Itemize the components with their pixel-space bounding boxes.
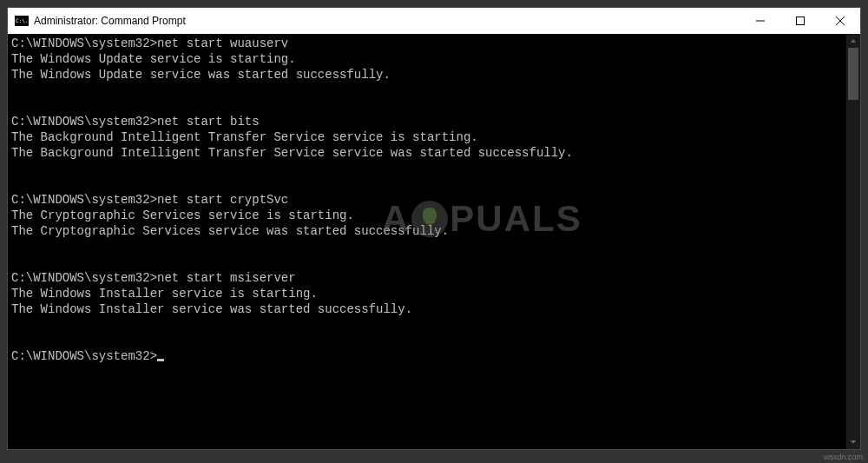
output-line (11, 83, 857, 98)
output-line: The Cryptographic Services service was s… (11, 223, 857, 239)
scroll-down-button[interactable] (846, 435, 860, 449)
output-line (11, 317, 857, 333)
output-line: The Windows Installer service was starte… (11, 301, 857, 317)
scrollbar-vertical[interactable] (846, 34, 860, 449)
output-line (11, 239, 857, 255)
titlebar[interactable]: C:\. Administrator: Command Prompt (8, 8, 860, 34)
terminal-body[interactable]: C:\WINDOWS\system32>net start wuauservTh… (8, 34, 860, 449)
command-line: C:\WINDOWS\system32>net start bits (11, 114, 857, 129)
output-line: The Windows Update service is starting. (11, 51, 857, 67)
maximize-button[interactable] (780, 8, 820, 34)
svg-rect-1 (797, 17, 805, 25)
output-line: The Cryptographic Services service is st… (11, 208, 857, 223)
cmd-icon: C:\. (15, 16, 29, 26)
output-line (11, 161, 857, 176)
svg-marker-5 (851, 440, 856, 444)
output-line: The Background Intelligent Transfer Serv… (11, 145, 857, 161)
attribution-text: wsxdn.com (824, 453, 863, 461)
minimize-button[interactable] (740, 8, 780, 34)
window-controls (740, 8, 860, 34)
output-line (11, 176, 857, 192)
output-line: The Windows Update service was started s… (11, 67, 857, 83)
output-line (11, 255, 857, 270)
window-title: Administrator: Command Prompt (34, 15, 740, 27)
command-prompt-window: C:\. Administrator: Command Prompt C:\WI… (7, 7, 861, 450)
output-line (11, 333, 857, 348)
output-line: The Windows Installer service is startin… (11, 286, 857, 301)
output-line (11, 98, 857, 114)
prompt-line: C:\WINDOWS\system32> (11, 348, 857, 364)
terminal-content[interactable]: C:\WINDOWS\system32>net start wuauservTh… (8, 34, 860, 366)
command-line: C:\WINDOWS\system32>net start msiserver (11, 270, 857, 286)
svg-marker-4 (851, 39, 856, 43)
cursor (157, 359, 164, 361)
scrollbar-thumb[interactable] (848, 48, 858, 100)
scroll-up-button[interactable] (846, 34, 860, 48)
command-line: C:\WINDOWS\system32>net start cryptSvc (11, 192, 857, 208)
command-line: C:\WINDOWS\system32>net start wuauserv (11, 36, 857, 51)
close-button[interactable] (820, 8, 860, 34)
output-line: The Background Intelligent Transfer Serv… (11, 129, 857, 145)
